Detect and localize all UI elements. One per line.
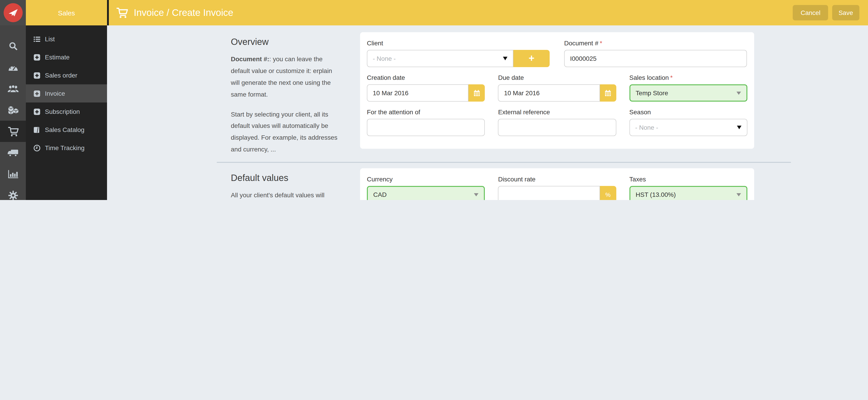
sidebar-item-sales-catalog[interactable]: Sales Catalog bbox=[26, 121, 107, 139]
taxes-select[interactable]: HST (13.00%) bbox=[629, 186, 747, 200]
page-title: Invoice / Create Invoice bbox=[116, 7, 233, 18]
sidebar-item-label: Invoice bbox=[45, 90, 65, 97]
sidebar-module-title: Sales bbox=[26, 0, 107, 25]
settings-gear-icon bbox=[8, 190, 18, 200]
paper-plane-logo-icon bbox=[3, 3, 23, 22]
rail-reports[interactable] bbox=[0, 163, 26, 185]
chevron-down-icon bbox=[474, 193, 479, 196]
dashboard-gauge-icon bbox=[7, 64, 19, 71]
currency-select[interactable]: CAD bbox=[367, 186, 485, 200]
sidebar-item-label: Subscription bbox=[45, 108, 80, 115]
creation-date-label: Creation date bbox=[367, 74, 485, 81]
rail-sales[interactable] bbox=[0, 121, 26, 142]
sidebar-item-invoice[interactable]: Invoice bbox=[26, 84, 107, 102]
client-select[interactable]: - None - bbox=[367, 50, 514, 67]
default-values-description: Default values All your client's default… bbox=[231, 168, 342, 200]
topbar: Invoice / Create Invoice Cancel Save bbox=[107, 0, 868, 25]
percent-addon: % bbox=[600, 186, 616, 200]
icon-rail bbox=[0, 0, 26, 200]
discount-rate-input[interactable] bbox=[498, 186, 600, 200]
external-reference-input[interactable] bbox=[498, 119, 616, 136]
sales-location-select[interactable]: Temp Store bbox=[629, 84, 747, 101]
creation-date-input[interactable] bbox=[367, 84, 469, 101]
rail-search[interactable] bbox=[0, 35, 26, 57]
contacts-icon bbox=[7, 85, 19, 93]
calendar-icon[interactable] bbox=[600, 84, 616, 101]
reports-chart-icon bbox=[7, 170, 19, 179]
plus-square-icon bbox=[33, 72, 40, 79]
plus-square-icon bbox=[33, 54, 40, 61]
list-icon bbox=[33, 36, 40, 42]
products-cubes-icon bbox=[7, 105, 19, 115]
rail-products[interactable] bbox=[0, 99, 26, 121]
sales-location-label: Sales location* bbox=[629, 74, 747, 81]
section-divider bbox=[217, 162, 791, 163]
sidebar-item-list[interactable]: List bbox=[26, 30, 107, 48]
default-values-card: Currency CAD Discount rate % bbox=[360, 168, 754, 200]
default-values-heading: Default values bbox=[231, 173, 342, 183]
cancel-button[interactable]: Cancel bbox=[793, 5, 828, 21]
sidebar-item-label: Time Tracking bbox=[45, 144, 85, 151]
sidebar-item-label: Sales order bbox=[45, 72, 77, 79]
sales-cart-icon bbox=[7, 126, 19, 136]
client-label: Client bbox=[367, 39, 550, 47]
document-number-label: Document #* bbox=[564, 39, 747, 47]
overview-paragraph-2: Start by selecting your client, all its … bbox=[231, 109, 342, 156]
chevron-down-icon bbox=[737, 91, 741, 95]
attention-input[interactable] bbox=[367, 119, 485, 136]
external-reference-label: External reference bbox=[498, 109, 616, 116]
discount-rate-label: Discount rate bbox=[498, 176, 616, 183]
page-title-text: Invoice / Create Invoice bbox=[134, 7, 233, 18]
clock-icon bbox=[33, 145, 40, 151]
calendar-icon[interactable] bbox=[469, 84, 485, 101]
rail-settings[interactable] bbox=[0, 185, 26, 200]
due-date-input[interactable] bbox=[498, 84, 600, 101]
sidebar-item-subscription[interactable]: Subscription bbox=[26, 102, 107, 121]
main-content: Overview Document #:: you can leave the … bbox=[107, 25, 868, 200]
purchases-truck-icon bbox=[7, 149, 19, 157]
rail-dashboard[interactable] bbox=[0, 57, 26, 78]
plus-square-icon bbox=[33, 90, 40, 97]
sidebar-item-sales-order[interactable]: Sales order bbox=[26, 66, 107, 84]
currency-label: Currency bbox=[367, 176, 485, 183]
overview-card: Client - None - + Document #* bbox=[360, 32, 754, 149]
rail-contacts[interactable] bbox=[0, 78, 26, 99]
book-icon bbox=[33, 126, 40, 133]
season-select[interactable]: - None - bbox=[629, 119, 747, 136]
sidebar-item-label: Estimate bbox=[45, 54, 70, 61]
add-client-button[interactable]: + bbox=[514, 50, 550, 67]
overview-paragraph-1: Document #:: you can leave the default v… bbox=[231, 54, 342, 100]
taxes-label: Taxes bbox=[629, 176, 747, 183]
sales-menu: List Estimate Sales order Invoice Subscr… bbox=[26, 25, 107, 157]
rail-purchases[interactable] bbox=[0, 142, 26, 163]
due-date-label: Due date bbox=[498, 74, 616, 81]
sidebar-item-estimate[interactable]: Estimate bbox=[26, 48, 107, 66]
season-label: Season bbox=[629, 109, 747, 116]
overview-description: Overview Document #:: you can leave the … bbox=[231, 32, 342, 164]
sidebar-item-label: List bbox=[45, 35, 55, 43]
cart-icon bbox=[116, 7, 128, 18]
document-number-input[interactable] bbox=[564, 50, 747, 67]
sidebar-item-label: Sales Catalog bbox=[45, 126, 84, 133]
chevron-down-icon bbox=[737, 193, 741, 196]
search-icon bbox=[8, 41, 18, 51]
chevron-down-icon bbox=[503, 57, 507, 60]
app: Sales List Estimate Sales order Invoice … bbox=[0, 0, 868, 200]
app-logo[interactable] bbox=[0, 0, 26, 25]
plus-square-icon bbox=[33, 108, 40, 115]
attention-label: For the attention of bbox=[367, 109, 485, 116]
overview-heading: Overview bbox=[231, 37, 342, 47]
chevron-down-icon bbox=[737, 126, 742, 129]
save-button[interactable]: Save bbox=[832, 5, 859, 21]
default-values-paragraph: All your client's default values will au… bbox=[231, 190, 342, 200]
sidebar-item-time-tracking[interactable]: Time Tracking bbox=[26, 139, 107, 157]
sales-sidebar: Sales List Estimate Sales order Invoice … bbox=[26, 0, 107, 200]
